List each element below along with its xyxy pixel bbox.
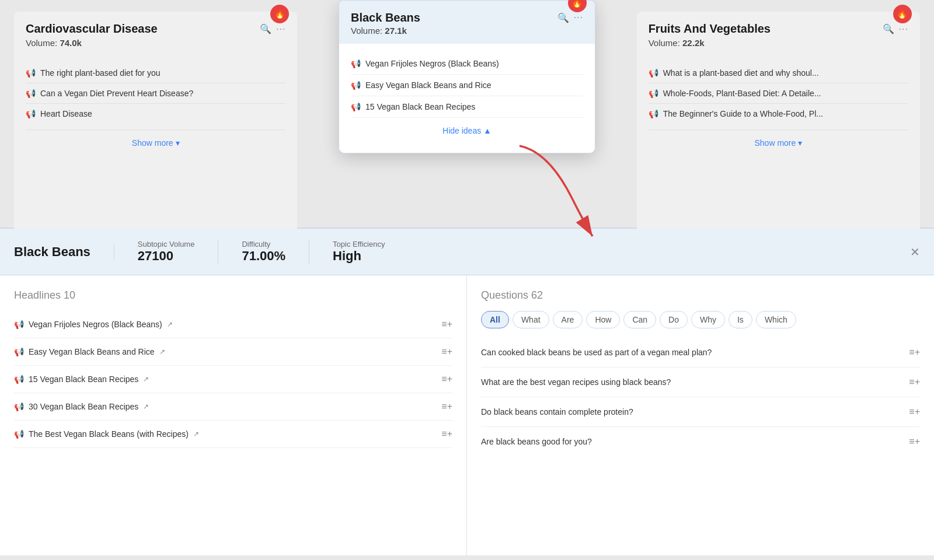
filter-tab-do[interactable]: Do — [660, 311, 688, 328]
megaphone-icon: 📢 — [14, 347, 24, 356]
popup-body: 📢 Vegan Frijoles Negros (Black Beans) 📢 … — [339, 44, 595, 153]
question-item: What are the best vegan recipes using bl… — [481, 368, 920, 397]
headline-item-left: 📢 The Best Vegan Black Beans (with Recip… — [14, 429, 199, 439]
list-item: 📢 The Beginner's Guide to a Whole-Food, … — [649, 104, 908, 124]
show-more-cardiovascular[interactable]: Show more ▾ — [26, 130, 285, 156]
stat-difficulty-value: 71.00% — [242, 249, 285, 264]
more-icon-popup[interactable]: ··· — [574, 12, 583, 23]
filter-tab-is[interactable]: Is — [729, 311, 752, 328]
filter-tab-all[interactable]: All — [481, 311, 509, 328]
megaphone-icon: 📢 — [649, 68, 658, 78]
card-title-cardiovascular: Cardiovascular Disease — [26, 22, 158, 36]
add-to-icon[interactable]: ≡+ — [441, 346, 452, 357]
stat-efficiency-label: Topic Efficiency — [333, 240, 385, 249]
more-icon-cardiovascular[interactable]: ··· — [276, 24, 285, 34]
stat-subtopic-volume: Subtopic Volume 27100 — [138, 240, 219, 264]
headline-item: 📢 Vegan Frijoles Negros (Black Beans) ↗ … — [14, 311, 452, 338]
questions-title: Questions 62 — [481, 289, 920, 302]
filter-tab-can[interactable]: Can — [623, 311, 656, 328]
card-fruits-vegetables: 🔥 Fruits And Vegetables 🔍 ··· Volume: 22… — [623, 0, 934, 228]
fire-badge-cardiovascular: 🔥 — [270, 5, 289, 23]
filter-tabs: All What Are How Can Do Why Is Which — [481, 311, 920, 328]
external-link-icon[interactable]: ↗ — [143, 402, 149, 411]
question-item: Do black beans contain complete protein?… — [481, 397, 920, 427]
megaphone-icon: 📢 — [14, 429, 24, 439]
search-icon-fruits[interactable]: 🔍 — [883, 23, 894, 34]
stat-topic-efficiency: Topic Efficiency High — [333, 240, 408, 264]
filter-tab-are[interactable]: Are — [553, 311, 583, 328]
bottom-header: Black Beans Subtopic Volume 27100 Diffic… — [0, 229, 934, 275]
megaphone-icon: 📢 — [14, 374, 24, 384]
headline-item-left: 📢 15 Vegan Black Bean Recipes ↗ — [14, 374, 149, 384]
card-items-cardiovascular: 📢 The right plant-based diet for you 📢 C… — [26, 57, 285, 130]
bottom-topic-label: Black Beans — [14, 244, 114, 260]
bottom-content: Headlines 10 📢 Vegan Frijoles Negros (Bl… — [0, 275, 934, 555]
list-item: 📢 Vegan Frijoles Negros (Black Beans) — [351, 53, 583, 75]
card-title-fruits: Fruits And Vegetables — [649, 22, 771, 36]
show-more-fruits[interactable]: Show more ▾ — [649, 130, 908, 156]
external-link-icon[interactable]: ↗ — [143, 375, 149, 383]
cards-row: 🔥 Cardiovascular Disease 🔍 ··· Volume: 7… — [0, 0, 934, 228]
card-header-fruits: Fruits And Vegetables 🔍 ··· — [649, 22, 908, 36]
fire-badge-fruits: 🔥 — [893, 5, 912, 23]
filter-tab-what[interactable]: What — [513, 311, 549, 328]
megaphone-icon: 📢 — [351, 80, 361, 90]
filter-tab-how[interactable]: How — [586, 311, 620, 328]
list-item: 📢 The right plant-based diet for you — [26, 63, 285, 83]
search-icon-popup[interactable]: 🔍 — [557, 12, 569, 23]
list-item: 📢 Can a Vegan Diet Prevent Heart Disease… — [26, 83, 285, 104]
stat-efficiency-value: High — [333, 249, 385, 264]
filter-tab-which[interactable]: Which — [756, 311, 796, 328]
megaphone-icon: 📢 — [649, 109, 658, 118]
megaphone-icon: 📢 — [26, 109, 36, 118]
external-link-icon[interactable]: ↗ — [159, 348, 165, 356]
external-link-icon[interactable]: ↗ — [193, 430, 199, 438]
list-item: 📢 What is a plant-based diet and why sho… — [649, 63, 908, 83]
stat-subtopic-volume-label: Subtopic Volume — [138, 240, 195, 249]
add-to-icon[interactable]: ≡+ — [909, 436, 920, 447]
popup-title: Black Beans — [351, 11, 420, 24]
add-to-icon[interactable]: ≡+ — [909, 377, 920, 387]
more-icon-fruits[interactable]: ··· — [899, 24, 908, 34]
question-item: Can cooked black beans be used as part o… — [481, 338, 920, 368]
megaphone-icon: 📢 — [14, 402, 24, 411]
search-icon-cardiovascular[interactable]: 🔍 — [260, 23, 271, 34]
filter-tab-why[interactable]: Why — [691, 311, 725, 328]
megaphone-icon: 📢 — [26, 89, 36, 98]
headline-item: 📢 Easy Vegan Black Beans and Rice ↗ ≡+ — [14, 338, 452, 366]
headline-item: 📢 30 Vegan Black Bean Recipes ↗ ≡+ — [14, 393, 452, 421]
hide-ideas-button[interactable]: Hide ideas ▲ — [351, 118, 583, 144]
active-popup-black-beans: 🔥 Black Beans 🔍 ··· Volume: 27.1k 📢 Vega… — [339, 0, 595, 153]
questions-section: Questions 62 All What Are How Can Do Why… — [467, 275, 934, 555]
add-to-icon[interactable]: ≡+ — [441, 429, 452, 439]
external-link-icon[interactable]: ↗ — [167, 320, 173, 328]
close-button[interactable]: ✕ — [910, 245, 920, 259]
add-to-icon[interactable]: ≡+ — [909, 407, 920, 417]
card-items-fruits: 📢 What is a plant-based diet and why sho… — [649, 57, 908, 130]
popup-title-row: Black Beans 🔍 ··· — [351, 11, 583, 24]
add-to-icon[interactable]: ≡+ — [441, 374, 452, 384]
megaphone-icon: 📢 — [351, 102, 361, 111]
card-actions-cardiovascular: 🔍 ··· — [260, 23, 285, 34]
headline-item-left: 📢 Easy Vegan Black Beans and Rice ↗ — [14, 347, 165, 356]
card-volume-fruits: Volume: 22.2k — [649, 38, 908, 48]
headline-item: 📢 The Best Vegan Black Beans (with Recip… — [14, 421, 452, 448]
headlines-title: Headlines 10 — [14, 289, 452, 302]
card-inner-fruits: 🔥 Fruits And Vegetables 🔍 ··· Volume: 22… — [637, 12, 920, 233]
card-inner-cardiovascular: 🔥 Cardiovascular Disease 🔍 ··· Volume: 7… — [14, 12, 297, 233]
headline-item-left: 📢 Vegan Frijoles Negros (Black Beans) ↗ — [14, 320, 173, 329]
add-to-icon[interactable]: ≡+ — [909, 347, 920, 358]
headlines-section: Headlines 10 📢 Vegan Frijoles Negros (Bl… — [0, 275, 467, 555]
card-black-beans: 🔥 Black Beans 🔍 ··· Volume: 27.1k 📢 Vega… — [311, 0, 622, 228]
list-item: 📢 Whole-Foods, Plant-Based Diet: A Detai… — [649, 83, 908, 104]
bottom-panel: Black Beans Subtopic Volume 27100 Diffic… — [0, 228, 934, 555]
add-to-icon[interactable]: ≡+ — [441, 319, 452, 330]
add-to-icon[interactable]: ≡+ — [441, 401, 452, 412]
popup-actions: 🔍 ··· — [557, 12, 583, 23]
megaphone-icon: 📢 — [351, 59, 361, 68]
stat-subtopic-volume-value: 27100 — [138, 249, 195, 264]
stat-difficulty: Difficulty 71.00% — [242, 240, 309, 264]
list-item: 📢 Easy Vegan Black Beans and Rice — [351, 75, 583, 96]
card-header-cardiovascular: Cardiovascular Disease 🔍 ··· — [26, 22, 285, 36]
card-volume-cardiovascular: Volume: 74.0k — [26, 38, 285, 48]
